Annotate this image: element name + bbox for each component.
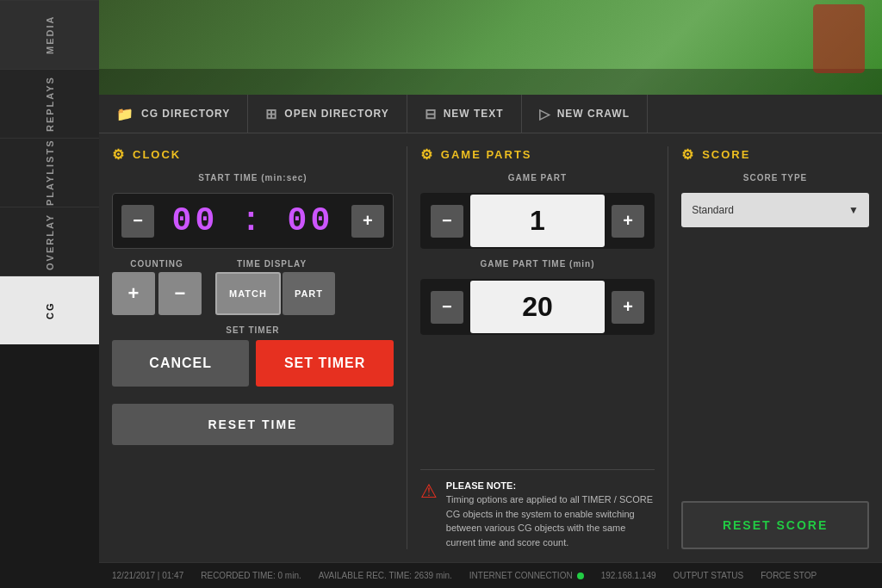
action-buttons: CANCEL SET TIMER	[112, 340, 394, 387]
crawl-icon: ▷	[539, 106, 550, 122]
game-part-label: GAME PART	[420, 173, 655, 183]
windows-icon: ⊞	[265, 106, 277, 122]
score-gear-icon: ⚙	[681, 146, 695, 163]
cg-directory-button[interactable]: 📁 CG DIRECTORY	[99, 95, 248, 133]
game-part-time-minus-button[interactable]: −	[431, 291, 463, 324]
score-type-label: SCORE TYPE	[681, 173, 869, 183]
score-type-dropdown[interactable]: Standard ▼	[681, 193, 869, 227]
part-button[interactable]: PART	[283, 272, 335, 315]
score-section: ⚙ SCORE SCORE TYPE Standard ▼ RESET SCOR…	[681, 146, 869, 549]
warning-icon: ⚠	[420, 480, 438, 503]
sidebar-item-overlay[interactable]: OVERLAY	[0, 207, 99, 275]
sidebar-item-media[interactable]: MEDIA	[0, 0, 99, 69]
counting-plus-button[interactable]: +	[112, 272, 155, 315]
score-type-value: Standard	[692, 204, 734, 216]
dropdown-arrow-icon: ▼	[848, 204, 859, 216]
start-time-label: START TIME (min:sec)	[112, 173, 394, 183]
counting-minus-button[interactable]: −	[158, 272, 202, 315]
internet-status: INTERNET CONNECTION	[469, 571, 584, 580]
counting-buttons: + −	[112, 272, 202, 315]
game-part-value: 1	[470, 195, 605, 247]
sidebar: MEDIA REPLAYS PLAYLISTS OVERLAY CG	[0, 0, 99, 588]
timer-minus-button[interactable]: −	[121, 205, 154, 238]
connection-indicator	[577, 573, 584, 579]
note-body: Timing options are applied to all TIMER …	[446, 494, 653, 548]
counting-label: COUNTING	[130, 259, 183, 269]
divider-2	[668, 146, 668, 549]
game-part-time-plus-button[interactable]: +	[612, 291, 644, 324]
divider-1	[407, 146, 407, 549]
reset-time-button[interactable]: RESET TIME	[112, 404, 394, 445]
toolbar: 📁 CG DIRECTORY ⊞ OPEN DIRECTORY ⊟ NEW TE…	[99, 95, 882, 133]
new-text-button[interactable]: ⊟ NEW TEXT	[407, 95, 522, 133]
clock-section: ⚙ CLOCK START TIME (min:sec) − 00 : 00 +…	[112, 146, 394, 549]
clock-gear-icon: ⚙	[112, 146, 126, 163]
sidebar-item-cg[interactable]: CG	[0, 275, 99, 344]
folder-icon: 📁	[116, 106, 134, 122]
main-content: ⚙ CLOCK START TIME (min:sec) − 00 : 00 +…	[99, 133, 882, 562]
clock-section-label: CLOCK	[133, 148, 181, 161]
note-area: ⚠ PLEASE NOTE: Timing options are applie…	[420, 469, 655, 550]
game-part-time-row: − 20 +	[420, 279, 655, 335]
ip-value: 192.168.1.149	[601, 571, 656, 580]
recorded-time-status: RECORDED TIME: 0 min.	[201, 571, 301, 580]
available-rec-value: AVAILABLE REC. TIME: 2639 min.	[319, 571, 452, 580]
match-button[interactable]: MATCH	[215, 272, 281, 315]
sidebar-item-replays[interactable]: REPLAYS	[0, 69, 99, 138]
text-icon: ⊟	[425, 106, 437, 122]
new-crawl-button[interactable]: ▷ NEW CRAWL	[522, 95, 648, 133]
output-status: OUTPUT STATUS	[674, 571, 744, 580]
game-part-plus-button[interactable]: +	[612, 205, 644, 238]
video-preview	[99, 0, 882, 95]
ip-status: 192.168.1.149	[601, 571, 656, 580]
game-part-time-value: 20	[470, 281, 605, 333]
note-title: PLEASE NOTE:	[446, 480, 516, 491]
set-timer-row: SET TIMER CANCEL SET TIMER	[112, 325, 394, 387]
game-part-row: − 1 +	[420, 193, 655, 249]
sidebar-item-playlists[interactable]: PLAYLISTS	[0, 138, 99, 207]
output-state-status: FORCE STOP	[761, 571, 817, 580]
game-parts-section: ⚙ GAME PARTS GAME PART − 1 + GAME PART T…	[420, 146, 655, 549]
game-parts-header: ⚙ GAME PARTS	[420, 146, 655, 163]
game-part-minus-button[interactable]: −	[431, 205, 463, 238]
timer-plus-button[interactable]: +	[351, 205, 384, 238]
available-rec-status: AVAILABLE REC. TIME: 2639 min.	[319, 571, 452, 580]
output-state-value: FORCE STOP	[761, 571, 817, 580]
time-display-buttons: MATCH PART	[215, 272, 335, 315]
recorded-time-value: RECORDED TIME: 0 min.	[201, 571, 301, 580]
cancel-button[interactable]: CANCEL	[112, 340, 249, 387]
reset-score-button[interactable]: RESET SCORE	[681, 501, 869, 549]
score-label: SCORE	[702, 148, 750, 161]
game-part-time-label: GAME PART TIME (min)	[420, 259, 655, 269]
timer-display: − 00 : 00 +	[112, 193, 394, 249]
datetime-status: 12/21/2017 | 01:47	[112, 571, 183, 580]
set-timer-button[interactable]: SET TIMER	[256, 340, 393, 387]
status-bar: 12/21/2017 | 01:47 RECORDED TIME: 0 min.…	[99, 562, 882, 588]
internet-label: INTERNET CONNECTION	[469, 571, 573, 580]
game-parts-label: GAME PARTS	[441, 148, 532, 161]
clock-section-header: ⚙ CLOCK	[112, 146, 394, 163]
note-text: PLEASE NOTE: Timing options are applied …	[446, 479, 655, 550]
timer-value: 00 : 00	[154, 202, 351, 239]
score-header: ⚙ SCORE	[681, 146, 869, 163]
datetime-value: 12/21/2017 | 01:47	[112, 571, 183, 580]
open-directory-button[interactable]: ⊞ OPEN DIRECTORY	[248, 95, 407, 133]
set-timer-label: SET TIMER	[112, 325, 394, 335]
time-display-label: TIME DISPLAY	[237, 259, 307, 269]
output-status-label: OUTPUT STATUS	[674, 571, 744, 580]
game-parts-gear-icon: ⚙	[420, 146, 434, 163]
